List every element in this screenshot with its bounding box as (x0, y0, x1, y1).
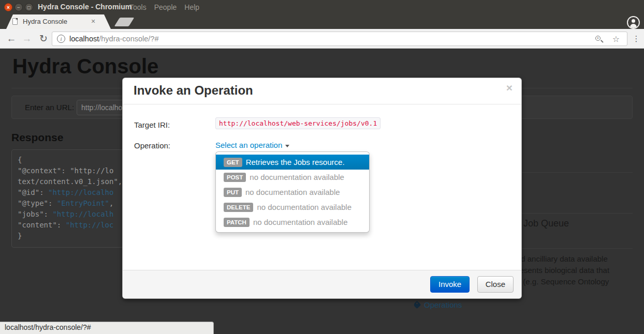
modal-title: Invoke an Operation (134, 83, 253, 98)
doc-line: l and ancilliary data available (508, 253, 609, 265)
global-menu: ToolsPeopleHelp (129, 3, 207, 12)
window-title: Hydra Console - Chromium (38, 3, 131, 11)
invoke-operation-modal: Invoke an Operation × Target IRI: http:/… (122, 78, 522, 299)
operation-doc: no documentation available (245, 188, 340, 196)
operation-item-patch[interactable]: PATCHno documentation available (216, 215, 369, 230)
reload-button[interactable]: ↻ (36, 32, 51, 45)
window-maximize-button[interactable]: ▢ (25, 3, 33, 11)
modal-footer: Invoke Close (123, 270, 521, 298)
modal-close-icon[interactable]: × (506, 82, 513, 93)
page-title: Hydra Console (12, 55, 158, 78)
tab-close-icon[interactable]: × (91, 17, 95, 25)
method-badge: POST (224, 173, 246, 182)
method-badge: PATCH (224, 218, 250, 227)
operation-item-put[interactable]: PUTno documentation available (216, 185, 369, 200)
operation-select-label: Select an operation (215, 141, 282, 149)
browser-menu-icon[interactable]: ⋮ (632, 32, 640, 45)
operation-doc: no documentation available (257, 203, 352, 211)
bookmark-star-icon[interactable]: ☆ (612, 34, 620, 44)
menu-item-help[interactable]: Help (184, 3, 199, 11)
operation-select-toggle[interactable]: Select an operation (215, 141, 289, 149)
target-iri-label: Target IRI: (134, 120, 170, 129)
operations-link-label: Operations (424, 300, 462, 309)
json-text: , (109, 199, 113, 207)
method-badge: DELETE (224, 203, 253, 212)
operation-item-get[interactable]: GETRetrieves the Jobs resource. (216, 155, 369, 170)
url-path: /hydra-console/?# (99, 35, 158, 43)
response-heading: Response (11, 131, 63, 144)
json-link[interactable]: "http://localho (48, 188, 113, 196)
invoke-button[interactable]: Invoke (430, 276, 470, 293)
window-close-button[interactable]: × (4, 3, 12, 11)
url-text[interactable]: localhost/hydra-console/?# (69, 35, 159, 43)
doc-paragraph: l and ancilliary data availableepresents… (508, 253, 609, 287)
json-text: text/content.v0_1.json", (18, 177, 122, 186)
doc-line: epresents biological data that (508, 265, 609, 276)
back-button[interactable]: ← (4, 32, 19, 45)
profile-avatar-button[interactable] (627, 16, 640, 29)
page-info-icon[interactable]: i (57, 35, 65, 43)
url-host: localhost (69, 35, 99, 43)
operation-item-delete[interactable]: DELETEno documentation available (216, 200, 369, 215)
tab-title: Hydra Console (23, 18, 67, 25)
status-bar-text: localhost/hydra-console/?# (5, 323, 91, 331)
doc-line: lary (e.g. Sequence Ontology (508, 276, 609, 287)
operation-item-post[interactable]: POSTno documentation available (216, 170, 369, 185)
url-form-label: Enter an URL: (25, 103, 74, 112)
operation-doc: no documentation available (253, 218, 348, 226)
json-text: "@type": (18, 199, 57, 207)
method-badge: PUT (224, 188, 242, 197)
tag-icon (413, 301, 421, 309)
window-titlebar: × − ▢ ToolsPeopleHelp Hydra Console - Ch… (0, 0, 644, 14)
json-link[interactable]: "EntryPoint" (57, 199, 109, 207)
json-link[interactable]: "http://loc (66, 221, 114, 229)
operations-link[interactable]: Operations (414, 300, 462, 309)
chevron-down-icon (285, 145, 289, 147)
page-favicon-icon (12, 18, 18, 25)
json-link[interactable]: "http://localh (52, 210, 113, 218)
json-text: { (18, 156, 22, 164)
menu-item-people[interactable]: People (154, 3, 177, 11)
method-badge: GET (224, 158, 242, 167)
status-bubble: localhost/hydra-console/?# (0, 322, 214, 334)
json-text: "@context": "http://lo (18, 166, 113, 175)
operation-doc: no documentation available (250, 173, 344, 181)
close-button[interactable]: Close (477, 276, 514, 293)
new-tab-button[interactable] (114, 18, 135, 26)
operation-dropdown: GETRetrieves the Jobs resource.POSTno do… (215, 151, 370, 233)
operation-doc: Retrieves the Jobs resource. (246, 158, 345, 166)
menu-item-tools[interactable]: Tools (129, 3, 147, 11)
browser-toolbar: ← → ↻ i localhost/hydra-console/?# + ☆ (0, 29, 644, 49)
target-iri-value: http://localhost/web-services/jobs/v0.1 (215, 117, 380, 129)
forward-button[interactable]: → (20, 32, 34, 45)
address-bar[interactable]: i localhost/hydra-console/?# + ☆ (52, 32, 627, 46)
tab-strip: Hydra Console × (0, 14, 644, 29)
json-text: } (18, 232, 22, 240)
json-text: "jobs": (18, 210, 52, 218)
json-text: "@id": (18, 188, 48, 196)
person-icon (628, 17, 639, 28)
window-minimize-button[interactable]: − (14, 3, 23, 11)
json-text: "content": (18, 221, 66, 229)
zoom-icon[interactable]: + (595, 35, 603, 43)
screen: × − ▢ ToolsPeopleHelp Hydra Console - Ch… (0, 0, 644, 334)
modal-header: Invoke an Operation × (123, 78, 521, 104)
operation-label: Operation: (134, 141, 170, 150)
